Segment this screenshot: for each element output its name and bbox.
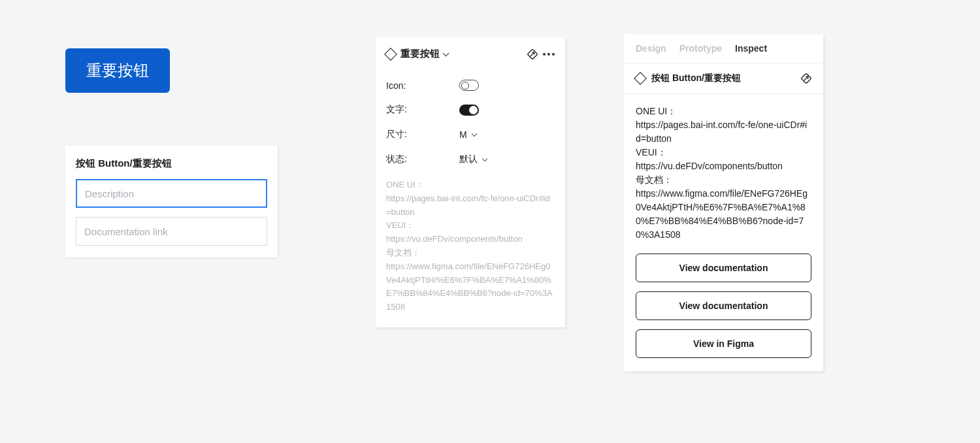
chevron-down-icon: [443, 50, 449, 57]
more-menu-icon[interactable]: [543, 53, 555, 56]
component-icon: [634, 72, 647, 85]
tab-inspect[interactable]: Inspect: [735, 43, 767, 54]
prop-label: 状态:: [386, 154, 459, 165]
size-value: M: [459, 129, 467, 140]
prop-row-status: 状态: 默认: [386, 147, 555, 172]
component-properties-panel: 重要按钮 Icon: 文字: 尺寸: M 状态: 默认: [376, 37, 565, 327]
prop-label: 文字:: [386, 104, 459, 116]
component-title: 按钮 Button/重要按钮: [76, 157, 267, 170]
view-documentation-button[interactable]: View documentation: [636, 291, 811, 320]
inspect-body: ONE UI： https://pages.bai-int.com/fc-fe/…: [624, 94, 823, 371]
view-in-figma-button[interactable]: View in Figma: [636, 329, 811, 358]
status-select[interactable]: 默认: [459, 154, 487, 165]
icon-toggle[interactable]: [459, 80, 479, 91]
inspect-panel: Design Prototype Inspect 按钮 Button/重要按钮 …: [624, 34, 823, 371]
status-value: 默认: [459, 154, 478, 165]
inspect-description: ONE UI： https://pages.bai-int.com/fc-fe/…: [636, 105, 811, 242]
component-description-card: 按钮 Button/重要按钮: [65, 146, 278, 257]
props-description: ONE UI： https://pages.bai-int.com/fc-fe/…: [386, 178, 555, 314]
detach-icon[interactable]: [525, 46, 540, 61]
size-select[interactable]: M: [459, 129, 476, 140]
component-icon: [384, 48, 397, 61]
prop-row-icon: Icon:: [386, 73, 555, 97]
props-header: 重要按钮: [386, 48, 555, 60]
props-title-text: 重要按钮: [400, 48, 440, 60]
view-documentation-button[interactable]: View documentation: [636, 254, 811, 282]
chevron-down-icon: [471, 131, 476, 137]
chevron-down-icon: [482, 156, 487, 161]
inspect-title: 按钮 Button/重要按钮: [651, 73, 794, 84]
goto-component-icon[interactable]: [799, 71, 814, 86]
description-input[interactable]: [76, 179, 267, 208]
primary-button[interactable]: 重要按钮: [65, 48, 170, 93]
inspect-header: 按钮 Button/重要按钮: [624, 63, 823, 94]
text-toggle[interactable]: [459, 105, 479, 116]
tab-prototype[interactable]: Prototype: [679, 43, 722, 54]
tab-design[interactable]: Design: [636, 43, 666, 54]
prop-row-text: 文字:: [386, 97, 555, 122]
inspect-tabs: Design Prototype Inspect: [624, 34, 823, 63]
prop-label: Icon:: [386, 80, 459, 91]
documentation-link-input[interactable]: [76, 217, 267, 246]
prop-label: 尺寸:: [386, 129, 459, 140]
props-title[interactable]: 重要按钮: [400, 48, 522, 60]
prop-row-size: 尺寸: M: [386, 122, 555, 147]
